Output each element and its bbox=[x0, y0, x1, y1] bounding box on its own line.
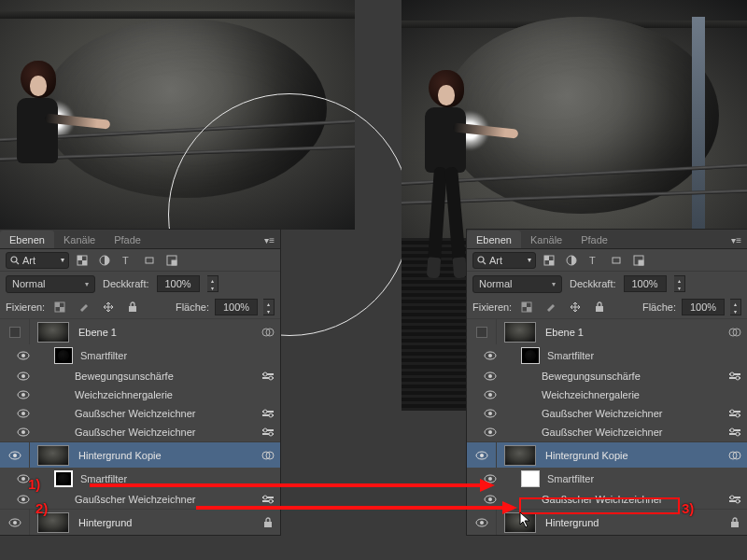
tab-channels[interactable]: Kanäle bbox=[54, 231, 105, 248]
filter-blend-icon[interactable] bbox=[728, 427, 741, 437]
lock-fill-row: Fixieren: Fläche: 100% ▴▾ bbox=[0, 296, 280, 318]
layer-thumb[interactable] bbox=[37, 322, 69, 343]
tab-channels[interactable]: Kanäle bbox=[521, 231, 571, 248]
tab-paths[interactable]: Pfade bbox=[105, 231, 150, 248]
filter-blend-icon[interactable] bbox=[728, 495, 741, 504]
fill-stepper[interactable]: ▴▾ bbox=[730, 299, 741, 315]
visibility-checkbox[interactable] bbox=[476, 327, 487, 338]
opacity-input[interactable]: 100% bbox=[624, 275, 667, 292]
panel-menu-icon[interactable]: ▾≡ bbox=[726, 232, 747, 248]
filter-type-select[interactable]: Art ▾ bbox=[6, 252, 69, 269]
layer-name[interactable]: Hintergrund bbox=[78, 517, 132, 528]
eye-icon[interactable] bbox=[17, 495, 30, 504]
eye-icon[interactable] bbox=[8, 518, 21, 527]
filter-blend-icon[interactable] bbox=[261, 495, 275, 504]
filter-type-icon[interactable]: T bbox=[585, 252, 603, 269]
eye-icon[interactable] bbox=[17, 409, 30, 418]
opacity-input[interactable]: 100% bbox=[157, 275, 200, 292]
lock-all-icon[interactable] bbox=[590, 299, 609, 315]
filter-item[interactable]: Bewegungsunschärfe bbox=[54, 367, 280, 385]
blend-mode-select[interactable]: Normal▾ bbox=[472, 275, 562, 293]
filter-item[interactable]: Gaußscher Weichzeichner bbox=[54, 404, 280, 423]
eye-icon[interactable] bbox=[475, 451, 488, 460]
layer-thumb[interactable] bbox=[37, 445, 69, 466]
filter-pixel-icon[interactable] bbox=[73, 252, 92, 269]
layer-row-selected[interactable]: Hintergrund Kopie bbox=[0, 441, 280, 468]
lock-paint-icon[interactable] bbox=[75, 299, 93, 315]
eye-icon[interactable] bbox=[484, 495, 497, 504]
panel-menu-icon[interactable]: ▾≡ bbox=[259, 232, 280, 248]
fill-stepper[interactable]: ▴▾ bbox=[263, 299, 275, 315]
fill-input[interactable]: 100% bbox=[682, 299, 725, 315]
filter-type-icon[interactable]: T bbox=[118, 252, 136, 269]
filter-mask-thumb[interactable] bbox=[54, 347, 73, 364]
layer-name[interactable]: Hintergrund Kopie bbox=[78, 450, 162, 461]
layer-row[interactable]: Ebene 1 bbox=[0, 318, 280, 344]
filter-shape-icon[interactable] bbox=[140, 252, 159, 269]
smartfilter-row[interactable]: Smartfilter bbox=[54, 344, 280, 367]
blend-mode-select[interactable]: Normal▾ bbox=[6, 275, 95, 293]
eye-icon[interactable] bbox=[484, 371, 497, 381]
eye-icon[interactable] bbox=[17, 390, 30, 399]
filter-item[interactable]: Gaußscher Weichzeichner bbox=[521, 404, 747, 423]
filter-blend-icon[interactable] bbox=[728, 371, 741, 381]
lock-move-icon[interactable] bbox=[566, 299, 585, 315]
eye-icon[interactable] bbox=[484, 427, 497, 437]
layer-name[interactable]: Ebene 1 bbox=[78, 327, 117, 338]
smartfilter-row[interactable]: Smartfilter bbox=[521, 344, 747, 367]
lock-paint-icon[interactable] bbox=[542, 299, 560, 315]
layer-row[interactable]: Ebene 1 bbox=[467, 318, 747, 344]
smartfilter-row-2[interactable]: Smartfilter bbox=[521, 468, 747, 490]
smartobj-icon bbox=[728, 451, 741, 460]
filter-adjust-icon[interactable] bbox=[95, 252, 114, 269]
opacity-stepper[interactable]: ▴▾ bbox=[207, 275, 218, 292]
filter-blend-icon[interactable] bbox=[728, 409, 741, 418]
filter-smart-icon[interactable] bbox=[162, 252, 181, 269]
filter-pixel-icon[interactable] bbox=[540, 252, 558, 269]
filter-item[interactable]: Weichzeichnergalerie bbox=[54, 385, 280, 404]
filter-adjust-icon[interactable] bbox=[562, 252, 581, 269]
eye-icon[interactable] bbox=[17, 351, 30, 360]
layer-name[interactable]: Hintergrund Kopie bbox=[545, 450, 628, 461]
eye-icon[interactable] bbox=[17, 371, 30, 381]
filter-blend-icon[interactable] bbox=[261, 371, 275, 381]
lock-transparent-icon[interactable] bbox=[50, 299, 69, 315]
filter-blend-icon[interactable] bbox=[261, 427, 275, 437]
svg-point-92 bbox=[480, 454, 484, 457]
lock-all-icon[interactable] bbox=[123, 299, 142, 315]
fill-input[interactable]: 100% bbox=[215, 299, 258, 315]
opacity-stepper[interactable]: ▴▾ bbox=[674, 275, 685, 292]
eye-icon[interactable] bbox=[484, 409, 497, 418]
layer-thumb[interactable] bbox=[504, 445, 536, 466]
filter-mask-thumb[interactable] bbox=[521, 347, 540, 364]
layer-filter-row: Art▾ T bbox=[467, 249, 747, 272]
lock-move-icon[interactable] bbox=[99, 299, 118, 315]
eye-icon[interactable] bbox=[475, 518, 488, 527]
filter-item[interactable]: Gaußscher Weichzeichner bbox=[521, 423, 747, 441]
filter-mask-thumb-selected[interactable] bbox=[54, 470, 73, 487]
filter-mask-thumb-white[interactable] bbox=[521, 470, 540, 487]
lock-transparent-icon[interactable] bbox=[517, 299, 536, 315]
eye-icon[interactable] bbox=[484, 390, 497, 399]
tab-paths[interactable]: Pfade bbox=[571, 231, 617, 248]
filter-shape-icon[interactable] bbox=[607, 252, 626, 269]
svg-point-0 bbox=[11, 257, 17, 262]
filter-item[interactable]: Weichzeichnergalerie bbox=[521, 385, 747, 404]
tab-layers[interactable]: Ebenen bbox=[0, 231, 54, 248]
filter-item[interactable]: Bewegungsunschärfe bbox=[521, 367, 747, 385]
filter-type-select[interactable]: Art▾ bbox=[472, 252, 536, 269]
layer-thumb[interactable] bbox=[504, 322, 536, 343]
layer-name[interactable]: Hintergrund bbox=[545, 517, 599, 528]
svg-point-30 bbox=[263, 410, 267, 413]
eye-icon[interactable] bbox=[17, 427, 30, 437]
layer-row-selected[interactable]: Hintergrund Kopie bbox=[467, 441, 747, 468]
eye-icon[interactable] bbox=[8, 451, 21, 460]
filter-blend-icon[interactable] bbox=[261, 409, 275, 418]
annotation-arrowhead-2 bbox=[502, 501, 517, 514]
visibility-checkbox[interactable] bbox=[9, 327, 21, 338]
filter-item[interactable]: Gaußscher Weichzeichner bbox=[54, 423, 280, 441]
layer-name[interactable]: Ebene 1 bbox=[545, 327, 584, 338]
eye-icon[interactable] bbox=[484, 351, 497, 360]
filter-smart-icon[interactable] bbox=[629, 252, 648, 269]
tab-layers[interactable]: Ebenen bbox=[467, 231, 521, 248]
